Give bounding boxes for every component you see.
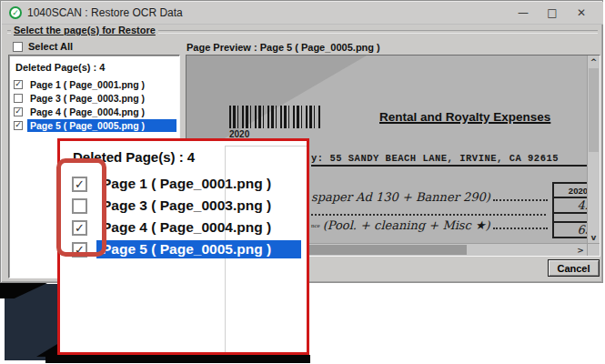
callout-checkbox-page-3[interactable]: [72, 198, 87, 214]
callout-item-page-1[interactable]: ✓ Page 1 ( Page_0001.png ): [69, 173, 301, 195]
amount-cell: 63: [554, 223, 587, 238]
list-item-label: Page 5 ( Page_0005.png ): [27, 119, 176, 132]
vertical-scrollbar[interactable]: ^ v: [587, 56, 600, 243]
maximize-icon[interactable]: □: [538, 2, 567, 24]
checkbox-page-1[interactable]: ✓: [14, 80, 23, 89]
property-address-line: y: 55 SANDY BEACH LANE, IRVINE, CA 92615: [311, 153, 587, 167]
callout-checkbox-page-1[interactable]: ✓: [72, 177, 87, 192]
select-all-label: Select All: [28, 41, 73, 52]
minimize-icon[interactable]: —: [509, 2, 538, 24]
app-check-icon: ✓: [9, 6, 22, 19]
window-title: 1040SCAN : Restore OCR Data: [27, 6, 183, 19]
zoom-callout: Deleted Page(s) : 4 ✓ Page 1 ( Page_0001…: [57, 138, 309, 355]
checkbox-page-5[interactable]: ✓: [14, 121, 23, 130]
scroll-down-icon[interactable]: v: [588, 231, 600, 243]
scrollbar-corner: [587, 243, 600, 256]
amount-column-header: 2020: [554, 184, 587, 198]
callout-divider: [225, 146, 307, 147]
list-item-label: Page 1 ( Page_0001.png ): [27, 78, 176, 91]
callout-item-label: Page 3 ( Page_0003.png ): [96, 197, 301, 215]
cancel-button[interactable]: Cancel: [548, 259, 600, 277]
dotted-leader: [493, 228, 548, 229]
window-controls: — □ ✕: [509, 2, 596, 24]
barcode-image: [229, 106, 320, 128]
groupbox-label: Select the page(s) for Restore: [11, 25, 158, 35]
select-all-checkbox[interactable]: [13, 42, 23, 52]
list-item-page-5[interactable]: ✓ Page 5 ( Page_0005.png ): [9, 118, 176, 132]
callout-shadow: [45, 355, 310, 363]
checkbox-page-3[interactable]: [14, 94, 23, 103]
handwritten-line-1: spaper Ad 130 + Banner 290): [311, 190, 550, 204]
list-item-label: Page 4 ( Page_0004.png ): [27, 106, 176, 118]
callout-item-label: Page 5 ( Page_0005.png ): [96, 240, 301, 258]
scroll-up-icon[interactable]: ^: [588, 56, 600, 67]
page-preview-header: Page Preview : Page 5 ( Page_0005.png ): [187, 42, 380, 53]
list-rows: ✓ Page 1 ( Page_0001.png ) Page 3 ( Page…: [9, 77, 179, 132]
callout-header: Deleted Page(s) : 4: [73, 149, 195, 165]
callout-item-page-3[interactable]: Page 3 ( Page_0003.png ): [69, 195, 301, 217]
deleted-pages-count: Deleted Page(s) : 4: [9, 56, 179, 73]
dotted-leader: [493, 199, 548, 201]
amount-cell: 42: [554, 198, 587, 214]
dotted-leader: [311, 214, 546, 216]
list-item-page-1[interactable]: ✓ Page 1 ( Page_0001.png ): [9, 77, 176, 91]
callout-item-label: Page 1 ( Page_0001.png ): [96, 175, 301, 193]
amount-column: 2020 42 63: [552, 182, 587, 238]
scroll-right-icon[interactable]: >: [574, 244, 587, 256]
callout-item-page-5[interactable]: ✓ Page 5 ( Page_0005.png ): [69, 238, 301, 260]
amount-cell: [554, 214, 587, 223]
callout-checkbox-page-4[interactable]: ✓: [72, 220, 87, 236]
callout-item-page-4[interactable]: ✓ Page 4 ( Page_0004.png ): [69, 217, 301, 238]
close-icon[interactable]: ✕: [567, 2, 596, 24]
select-all-row[interactable]: Select All: [13, 41, 73, 52]
title-bar: ✓ 1040SCAN : Restore OCR Data — □ ✕: [2, 2, 603, 25]
callout-rows: ✓ Page 1 ( Page_0001.png ) Page 3 ( Page…: [69, 173, 301, 260]
document-title: Rental and Royalty Expenses: [379, 110, 550, 124]
list-item-page-4[interactable]: ✓ Page 4 ( Page_0004.png ): [9, 105, 176, 118]
callout-checkbox-page-5[interactable]: ✓: [72, 242, 87, 258]
list-item-label: Page 3 ( Page_0003.png ): [27, 92, 176, 105]
checkbox-page-4[interactable]: ✓: [14, 107, 23, 116]
callout-item-label: Page 4 ( Page_0004.png ): [96, 218, 301, 237]
vertical-scrollbar-thumb[interactable]: [589, 68, 599, 152]
printed-label-fragment: nce: [311, 222, 320, 229]
list-item-page-3[interactable]: Page 3 ( Page_0003.png ): [9, 91, 176, 105]
handwritten-line-2: nce (Pool. + cleaning + Misc ★): [311, 218, 550, 232]
